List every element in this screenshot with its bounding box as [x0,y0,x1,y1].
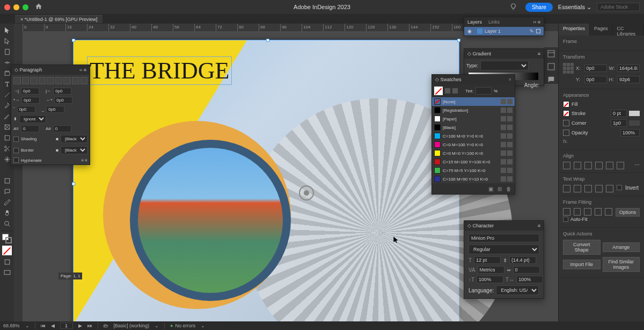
swatch-row[interactable]: C=75 M=5 Y=100 K=0 [432,166,515,175]
swatch-view-icon[interactable] [445,88,450,94]
first-page-icon[interactable]: ⏮ [41,323,46,328]
gradient-type-select[interactable] [480,61,529,70]
border-checkbox[interactable] [13,148,19,153]
page-tool[interactable] [1,47,13,56]
swatch-view-icon[interactable] [452,88,458,94]
fill-stroke-swatch[interactable] [2,234,12,243]
corner-shape[interactable] [629,120,640,126]
hscale-input[interactable] [516,276,543,283]
align-right[interactable] [584,162,592,169]
border-color[interactable]: [Black] [61,146,87,154]
delete-swatch-icon[interactable]: 🗑 [506,186,511,192]
y-input[interactable] [584,76,607,83]
swatch-row[interactable]: C=100 M=0 Y=0 K=0 [432,132,515,140]
right-indent[interactable] [53,88,71,95]
share-button[interactable]: Share [525,3,553,12]
screen-mode[interactable] [1,268,13,277]
panel-icon[interactable] [547,49,555,58]
bridge-photo-circle[interactable] [138,148,283,293]
visibility-icon[interactable]: ◉ [467,28,474,34]
discover-icon[interactable] [510,3,517,11]
language-select[interactable]: English: USA [496,285,539,295]
align-bottom[interactable] [617,162,624,169]
layers-tab[interactable]: Layers [467,19,482,25]
invert-checkbox[interactable] [617,185,622,190]
view-mode[interactable] [1,257,13,267]
wrap-jump-next[interactable] [606,185,613,192]
swatch-row[interactable]: C=15 M=100 Y=100 K=0 [432,157,515,166]
gradient-feather-tool[interactable] [1,176,13,185]
stroke-weight[interactable] [611,110,627,117]
corner-size[interactable] [611,119,627,127]
align-toward-btn[interactable] [72,77,79,84]
fit-frame[interactable] [574,208,581,216]
selection-handle[interactable] [72,182,75,185]
minimize-window[interactable] [13,4,19,10]
swatch-row[interactable]: C=0 M=0 Y=100 K=0 [432,149,515,157]
page-input[interactable] [60,322,73,329]
h-input[interactable] [617,76,640,83]
justify-center-btn[interactable] [47,77,54,84]
swatch-row[interactable]: C=100 M=90 Y=10 K=0 [432,175,515,183]
ruler-origin[interactable] [14,24,23,31]
align-top[interactable] [595,162,603,169]
fill-indicator[interactable] [434,87,443,95]
tracking-input[interactable] [513,266,540,274]
stroke-style[interactable] [629,111,640,116]
tab-properties[interactable]: Properties [559,24,590,35]
home-icon[interactable] [35,3,42,11]
preflight-profile[interactable]: [Basic] (working) [114,323,150,328]
direct-selection-tool[interactable] [1,36,13,46]
hyphenate-checkbox[interactable] [13,157,19,163]
selection-tool[interactable] [1,25,13,35]
leading-input[interactable] [509,256,536,264]
selection-handle[interactable] [72,39,75,42]
last-line-indent[interactable] [54,97,72,104]
swatch-row[interactable]: [None] [432,97,515,106]
fill-swatch[interactable] [563,101,569,107]
last-page-icon[interactable]: ⏭ [87,323,92,328]
drop-cap-lines[interactable] [21,125,39,132]
left-indent[interactable] [21,88,39,95]
justify-left-btn[interactable] [39,77,46,84]
adobe-stock-search[interactable] [597,3,640,11]
close-window[interactable] [4,4,10,10]
tab-pages[interactable]: Pages [590,24,613,35]
eyedropper-tool[interactable] [1,197,13,207]
maximize-window[interactable] [23,4,28,10]
align-center-btn[interactable] [22,77,30,84]
w-input[interactable] [617,64,640,72]
wrap-bbox[interactable] [574,185,581,192]
drop-cap-chars[interactable] [53,125,71,132]
space-after[interactable] [46,106,64,113]
swatch-row[interactable]: C=0 M=100 Y=0 K=0 [432,140,515,149]
close-icon[interactable]: × [509,77,511,82]
tint-input[interactable] [475,87,492,95]
align-left[interactable] [563,162,570,169]
autofit-checkbox[interactable] [563,217,568,222]
import-file-button[interactable]: Import File [563,260,601,269]
kerning-input[interactable] [478,266,504,274]
next-page-icon[interactable]: ▶ [78,323,82,328]
align-away-btn[interactable] [80,77,88,84]
align-vcenter[interactable] [606,162,613,169]
font-size-input[interactable] [474,256,501,264]
tab-cc-libraries[interactable]: CC Libraries [613,24,644,35]
links-tab[interactable]: Links [488,19,500,25]
fill-prop[interactable] [595,208,602,216]
shading-checkbox[interactable] [13,137,19,142]
corner-icon[interactable] [563,120,569,126]
fit-prop[interactable] [584,208,591,216]
hand-tool[interactable] [1,208,13,218]
new-group-icon[interactable]: ▣ [488,186,493,192]
fit-content[interactable] [563,208,570,216]
prev-page-icon[interactable]: ◀ [51,323,55,328]
justify-right-btn[interactable] [55,77,63,84]
gradient-swatch-tool[interactable] [1,165,13,175]
layer-row[interactable]: ◉ Layer 1 ✎ [464,27,544,35]
selection-handle[interactable] [266,39,269,42]
auto-leading[interactable]: Ignore [19,115,46,123]
fitting-options-button[interactable]: Options [616,208,640,217]
swatch-row[interactable]: [Black] [432,123,515,132]
selection-square[interactable] [536,29,540,33]
